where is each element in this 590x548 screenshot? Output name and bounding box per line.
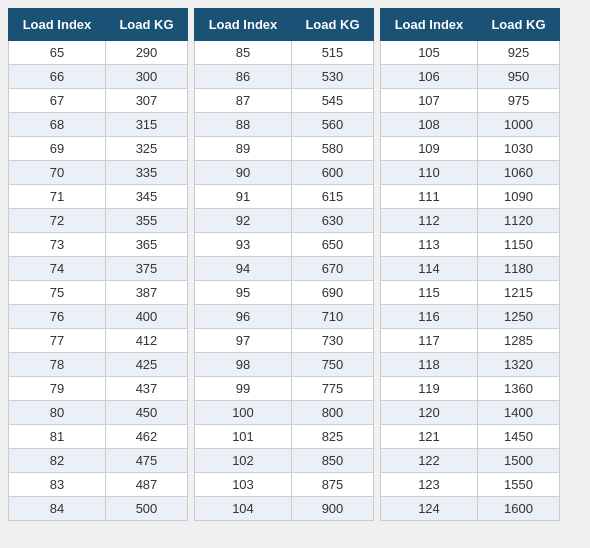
load-kg-cell: 1400	[477, 401, 559, 425]
load-kg-cell: 875	[291, 473, 373, 497]
table-row: 1191360	[381, 377, 560, 401]
load-index-cell: 115	[381, 281, 478, 305]
load-index-cell: 106	[381, 65, 478, 89]
load-kg-cell: 850	[291, 449, 373, 473]
load-index-cell: 102	[195, 449, 292, 473]
table-row: 96710	[195, 305, 374, 329]
tables-container: Load IndexLoad KG65290663006730768315693…	[8, 8, 582, 521]
table-row: 1141180	[381, 257, 560, 281]
load-kg-cell: 950	[477, 65, 559, 89]
table-row: 102850	[195, 449, 374, 473]
table-row: 72355	[9, 209, 188, 233]
load-index-cell: 119	[381, 377, 478, 401]
load-kg-cell: 975	[477, 89, 559, 113]
load-index-cell: 124	[381, 497, 478, 521]
table-row: 94670	[195, 257, 374, 281]
table-row: 65290	[9, 41, 188, 65]
load-index-cell: 75	[9, 281, 106, 305]
load-index-cell: 116	[381, 305, 478, 329]
load-index-cell: 120	[381, 401, 478, 425]
load-index-cell: 112	[381, 209, 478, 233]
load-index-cell: 90	[195, 161, 292, 185]
load-kg-cell: 825	[291, 425, 373, 449]
load-index-cell: 104	[195, 497, 292, 521]
table-row: 78425	[9, 353, 188, 377]
load-kg-cell: 515	[291, 41, 373, 65]
load-kg-cell: 710	[291, 305, 373, 329]
table-row: 93650	[195, 233, 374, 257]
load-index-cell: 95	[195, 281, 292, 305]
load-index-cell: 99	[195, 377, 292, 401]
load-index-cell: 84	[9, 497, 106, 521]
load-kg-cell: 1030	[477, 137, 559, 161]
load-kg-cell: 1180	[477, 257, 559, 281]
load-index-cell: 74	[9, 257, 106, 281]
load-index-cell: 96	[195, 305, 292, 329]
table-row: 1081000	[381, 113, 560, 137]
load-index-cell: 69	[9, 137, 106, 161]
load-kg-cell: 1285	[477, 329, 559, 353]
load-index-cell: 108	[381, 113, 478, 137]
load-kg-cell: 387	[105, 281, 187, 305]
load-kg-cell: 800	[291, 401, 373, 425]
load-index-cell: 121	[381, 425, 478, 449]
table-row: 1171285	[381, 329, 560, 353]
load-index-cell: 92	[195, 209, 292, 233]
load-kg-cell: 580	[291, 137, 373, 161]
load-kg-cell: 462	[105, 425, 187, 449]
load-kg-cell: 400	[105, 305, 187, 329]
load-kg-cell: 1500	[477, 449, 559, 473]
table-row: 69325	[9, 137, 188, 161]
load-index-cell: 87	[195, 89, 292, 113]
load-index-cell: 117	[381, 329, 478, 353]
load-index-cell: 65	[9, 41, 106, 65]
table-row: 105925	[381, 41, 560, 65]
load-kg-cell: 1550	[477, 473, 559, 497]
load-kg-cell: 545	[291, 89, 373, 113]
table-row: 95690	[195, 281, 374, 305]
load-index-cell: 71	[9, 185, 106, 209]
load-index-cell: 85	[195, 41, 292, 65]
column-header-1-1: Load Index	[9, 9, 106, 41]
load-index-cell: 107	[381, 89, 478, 113]
load-index-cell: 76	[9, 305, 106, 329]
table-row: 101825	[195, 425, 374, 449]
load-kg-cell: 690	[291, 281, 373, 305]
load-kg-cell: 1320	[477, 353, 559, 377]
load-index-cell: 105	[381, 41, 478, 65]
load-index-cell: 77	[9, 329, 106, 353]
load-kg-cell: 307	[105, 89, 187, 113]
column-header-2-1: Load Index	[195, 9, 292, 41]
table-row: 86530	[195, 65, 374, 89]
load-kg-cell: 1215	[477, 281, 559, 305]
load-kg-cell: 300	[105, 65, 187, 89]
load-index-cell: 100	[195, 401, 292, 425]
load-index-cell: 68	[9, 113, 106, 137]
load-kg-cell: 1360	[477, 377, 559, 401]
load-index-cell: 72	[9, 209, 106, 233]
load-kg-cell: 775	[291, 377, 373, 401]
load-kg-cell: 925	[477, 41, 559, 65]
table-row: 106950	[381, 65, 560, 89]
load-index-cell: 101	[195, 425, 292, 449]
load-index-cell: 81	[9, 425, 106, 449]
table-row: 1161250	[381, 305, 560, 329]
data-table-3: Load IndexLoad KG10592510695010797510810…	[380, 8, 560, 521]
load-kg-cell: 325	[105, 137, 187, 161]
load-index-cell: 103	[195, 473, 292, 497]
load-index-cell: 98	[195, 353, 292, 377]
table-row: 1091030	[381, 137, 560, 161]
table-row: 79437	[9, 377, 188, 401]
load-index-cell: 67	[9, 89, 106, 113]
load-index-cell: 80	[9, 401, 106, 425]
load-kg-cell: 650	[291, 233, 373, 257]
table-row: 1111090	[381, 185, 560, 209]
table-row: 89580	[195, 137, 374, 161]
load-index-cell: 93	[195, 233, 292, 257]
table-row: 1101060	[381, 161, 560, 185]
table-row: 1201400	[381, 401, 560, 425]
load-kg-cell: 365	[105, 233, 187, 257]
load-kg-cell: 345	[105, 185, 187, 209]
table-row: 1131150	[381, 233, 560, 257]
load-kg-cell: 487	[105, 473, 187, 497]
